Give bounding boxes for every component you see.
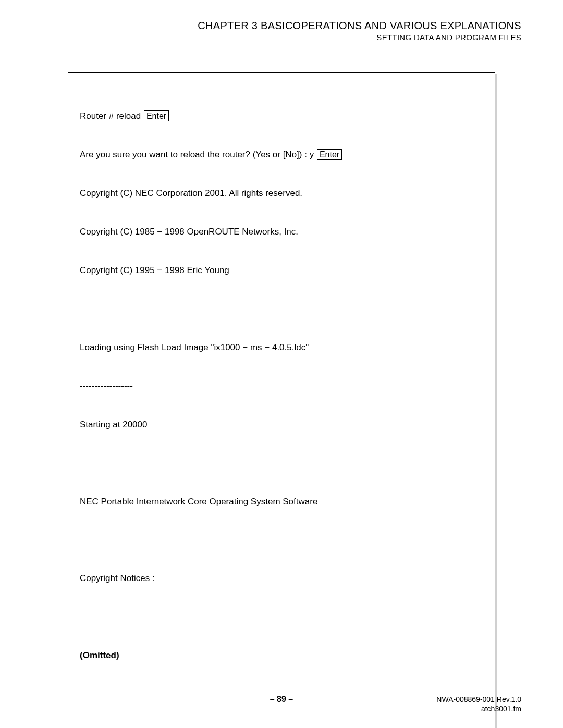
page-footer: – 89 – NWA-008869-001 Rev.1.0 atch3001.f… bbox=[42, 688, 521, 704]
terminal-line: Starting at 20000 bbox=[80, 418, 483, 431]
terminal-line: (Omitted) bbox=[80, 649, 483, 662]
doc-filename: atch3001.fm bbox=[436, 704, 521, 713]
omitted-label: (Omitted) bbox=[80, 650, 119, 660]
terminal-line: NEC Portable Internetwork Core Operating… bbox=[80, 496, 483, 509]
footer-docinfo: NWA-008869-001 Rev.1.0 atch3001.fm bbox=[436, 695, 521, 713]
terminal-line: Copyright (C) 1985 − 1998 OpenROUTE Netw… bbox=[80, 226, 483, 239]
terminal-line: Router # reload Enter bbox=[80, 110, 483, 123]
header-rule bbox=[42, 46, 521, 46]
footer-rule bbox=[42, 688, 521, 688]
page-header: CHAPTER 3 BASICOPERATIONS AND VARIOUS EX… bbox=[42, 20, 521, 42]
section-subtitle: SETTING DATA AND PROGRAM FILES bbox=[42, 33, 521, 42]
terminal-line: ------------------ bbox=[80, 380, 483, 393]
terminal-output-reload: Router # reload Enter Are you sure you w… bbox=[68, 72, 495, 728]
terminal-blank-line bbox=[80, 303, 483, 316]
terminal-line: Copyright (C) NEC Corporation 2001. All … bbox=[80, 187, 483, 200]
terminal-line: Copyright (C) 1995 − 1998 Eric Young bbox=[80, 264, 483, 277]
terminal-blank-line bbox=[80, 457, 483, 470]
terminal-line: Loading using Flash Load Image "ix1000 −… bbox=[80, 341, 483, 354]
doc-id: NWA-008869-001 Rev.1.0 bbox=[436, 695, 521, 704]
terminal-line: Copyright Notices : bbox=[80, 572, 483, 585]
enter-key-icon: Enter bbox=[317, 149, 342, 160]
terminal-text: Are you sure you want to reload the rout… bbox=[80, 150, 316, 159]
terminal-blank-line bbox=[80, 611, 483, 624]
chapter-title: CHAPTER 3 BASICOPERATIONS AND VARIOUS EX… bbox=[42, 20, 521, 32]
terminal-line: Are you sure you want to reload the rout… bbox=[80, 149, 483, 162]
terminal-text: Router # reload bbox=[80, 111, 143, 121]
enter-key-icon: Enter bbox=[144, 110, 169, 121]
terminal-blank-line bbox=[80, 534, 483, 547]
